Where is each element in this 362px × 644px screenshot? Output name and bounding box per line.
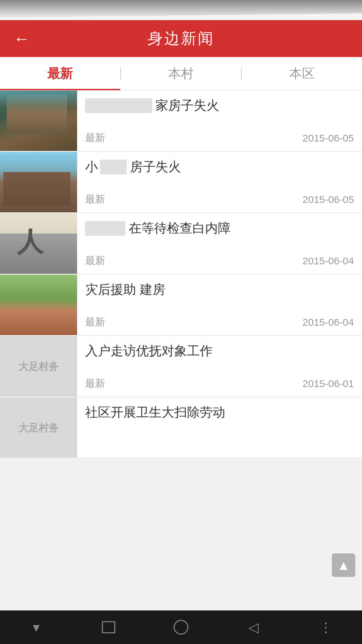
news-title: 在等待检查白内障 [85,219,354,250]
thumbnail: 大足村务 [0,397,77,458]
list-item[interactable]: 大足村务 入户走访优抚对象工作 最新 2015-06-01 [0,336,362,397]
news-meta: 最新 2015-06-05 [85,131,354,145]
header: ← 身边新闻 [0,20,362,57]
redacted-text [100,160,127,174]
nav-back-button[interactable]: ◁ [240,614,267,641]
news-content: 小 房子失火 最新 2015-06-05 [77,152,362,212]
tab-bar: 最新 本村 本区 [0,57,362,91]
list-item[interactable]: 小 房子失火 最新 2015-06-05 [0,152,362,213]
thumbnail: 大足村务 [0,336,77,396]
news-title: 家房子失火 [85,97,354,127]
news-list: 家房子失火 最新 2015-06-05 小 房子失火 最新 2015-06-05 [0,91,362,458]
thumbnail [0,152,77,212]
list-item[interactable]: 灾后援助 建房 最新 2015-06-04 [0,275,362,335]
news-content: 社区开展卫生大扫除劳动 [77,397,362,458]
news-content: 灾后援助 建房 最新 2015-06-04 [77,275,362,335]
news-meta: 最新 2015-06-04 [85,254,354,268]
news-content: 在等待检查白内障 最新 2015-06-04 [77,213,362,274]
thumbnail [0,91,77,151]
list-item[interactable]: 在等待检查白内障 最新 2015-06-04 [0,213,362,274]
news-title: 社区开展卫生大扫除劳动 [85,404,354,451]
news-title: 灾后援助 建房 [85,281,354,311]
list-item[interactable]: 大足村务 社区开展卫生大扫除劳动 [0,397,362,458]
news-meta: 最新 2015-06-05 [85,193,354,206]
news-meta: 最新 2015-06-01 [85,377,354,390]
back-icon: ← [13,29,30,48]
tab-district[interactable]: 本区 [242,57,362,90]
thumbnail [0,213,77,274]
square-icon [102,621,115,633]
tab-village[interactable]: 本村 [121,57,241,90]
redacted-text [85,98,152,113]
news-content: 入户走访优抚对象工作 最新 2015-06-01 [77,336,362,396]
redacted-text [85,221,125,236]
nav-home-button[interactable] [168,614,194,641]
news-title: 入户走访优抚对象工作 [85,342,354,373]
thumbnail [0,275,77,335]
down-icon: ▾ [33,620,40,635]
news-meta: 最新 2015-06-04 [85,315,354,329]
list-item[interactable]: 家房子失火 最新 2015-06-05 [0,91,362,151]
tab-latest[interactable]: 最新 [0,57,120,90]
nav-down-button[interactable]: ▾ [23,614,50,641]
more-icon: ⋮ [319,620,333,635]
triangle-back-icon: ◁ [248,620,259,635]
back-button[interactable]: ← [10,27,34,50]
scroll-indicator[interactable]: ▲ [332,553,355,577]
nav-more-button[interactable]: ⋮ [312,614,339,641]
bottom-navigation: ▾ ◁ ⋮ [0,610,362,644]
top-banner [0,0,362,20]
page-title: 身边新闻 [147,28,215,49]
news-content: 家房子失火 最新 2015-06-05 [77,91,362,151]
nav-recents-button[interactable] [95,614,122,641]
circle-icon [174,620,188,635]
news-title: 小 房子失火 [85,158,354,189]
scroll-up-icon: ▲ [337,558,350,572]
